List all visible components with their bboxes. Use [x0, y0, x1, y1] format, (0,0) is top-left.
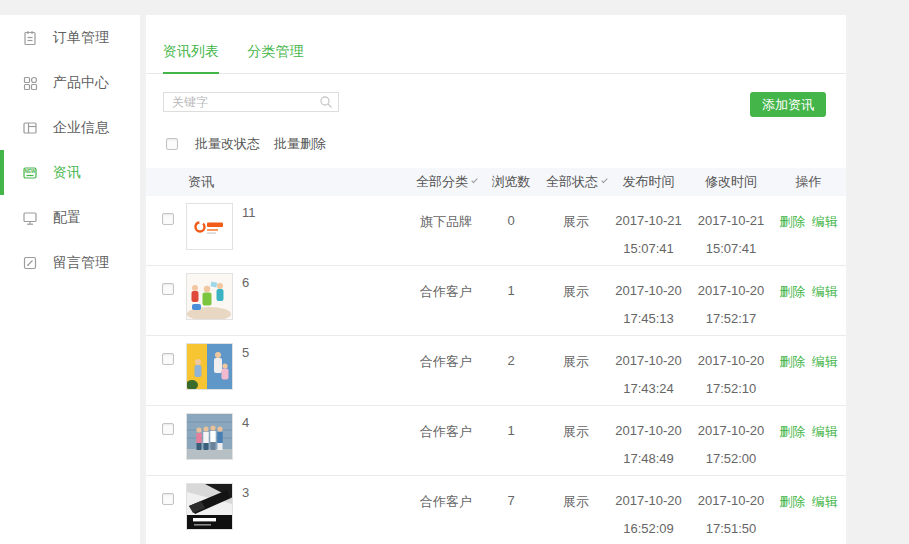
header-modify-time: 修改时间 [691, 173, 771, 191]
publish-date: 2017-10-20 [606, 493, 691, 509]
table-row: 5 合作客户 2 展示 2017-10-20 17:43:24 2017-10-… [146, 336, 846, 406]
tab-category-management[interactable]: 分类管理 [247, 43, 303, 72]
header-publish-time: 发布时间 [606, 173, 691, 191]
publish-date: 2017-10-20 [606, 283, 691, 299]
news-category: 合作客户 [416, 336, 476, 405]
config-icon [22, 210, 38, 226]
batch-status-button[interactable]: 批量改状态 [195, 135, 260, 153]
edit-link[interactable]: 编辑 [812, 494, 838, 509]
delete-link[interactable]: 删除 [779, 284, 805, 299]
sidebar-item-orders[interactable]: 订单管理 [0, 15, 140, 60]
delete-link[interactable]: 删除 [779, 214, 805, 229]
delete-link[interactable]: 删除 [779, 494, 805, 509]
sidebar-item-config[interactable]: 配置 [0, 195, 140, 240]
tab-news-list[interactable]: 资讯列表 [163, 43, 219, 74]
sidebar-item-label: 产品中心 [53, 74, 109, 92]
company-icon [22, 120, 38, 136]
news-category: 合作客户 [416, 476, 476, 544]
publish-time: 17:48:49 [606, 451, 691, 467]
news-title: 6 [242, 266, 249, 290]
publish-time: 16:52:09 [606, 521, 691, 537]
toolbar: 添加资讯 [146, 92, 846, 117]
row-checkbox[interactable] [162, 283, 174, 295]
delete-link[interactable]: 删除 [779, 424, 805, 439]
svg-text:NEW: NEW [25, 169, 36, 174]
publish-time: 17:45:13 [606, 311, 691, 327]
news-icon: NEW [22, 165, 38, 181]
sidebar-item-label: 留言管理 [53, 254, 109, 272]
table-row: 4 合作客户 1 展示 2017-10-20 17:48:49 2017-10-… [146, 406, 846, 476]
modify-date: 2017-10-20 [691, 493, 771, 509]
messages-icon [22, 255, 38, 271]
news-title: 11 [242, 196, 256, 220]
thumbnail-image [186, 273, 233, 320]
header-views: 浏览数 [476, 173, 546, 191]
views-count: 7 [476, 476, 546, 544]
views-count: 0 [476, 196, 546, 265]
modify-time: 17:52:17 [691, 311, 771, 327]
delete-link[interactable]: 删除 [779, 354, 805, 369]
status-text: 展示 [546, 266, 606, 335]
select-all-checkbox[interactable] [166, 138, 178, 150]
search-box [163, 92, 339, 112]
thumbnail-image [186, 413, 233, 460]
status-filter-dropdown[interactable]: 全部状态 [546, 173, 606, 191]
thumbnail-image [186, 343, 233, 390]
modify-date: 2017-10-21 [691, 213, 771, 229]
add-news-button[interactable]: 添加资讯 [750, 92, 826, 117]
sidebar-item-label: 配置 [53, 209, 81, 227]
modify-time: 15:07:41 [691, 241, 771, 257]
row-checkbox[interactable] [162, 493, 174, 505]
row-checkbox[interactable] [162, 353, 174, 365]
header-actions: 操作 [771, 173, 846, 191]
modify-time: 17:51:50 [691, 521, 771, 537]
modify-date: 2017-10-20 [691, 283, 771, 299]
sidebar-item-news[interactable]: NEW 资讯 [0, 150, 140, 195]
page-root: 订单管理 产品中心 企业信息 [0, 0, 909, 544]
header-status: 全部状态 [546, 173, 598, 191]
views-count: 1 [476, 406, 546, 475]
modify-time: 17:52:00 [691, 451, 771, 467]
edit-link[interactable]: 编辑 [812, 284, 838, 299]
status-text: 展示 [546, 196, 606, 265]
sidebar: 订单管理 产品中心 企业信息 [0, 15, 140, 544]
news-category: 合作客户 [416, 406, 476, 475]
news-category: 合作客户 [416, 266, 476, 335]
news-title: 3 [242, 476, 249, 500]
modify-date: 2017-10-20 [691, 423, 771, 439]
table-row: 6 合作客户 1 展示 2017-10-20 17:45:13 2017-10-… [146, 266, 846, 336]
thumbnail-image [186, 483, 233, 530]
status-text: 展示 [546, 476, 606, 544]
search-input[interactable] [163, 92, 339, 112]
thumbnail-image [186, 203, 233, 250]
header-category: 全部分类 [416, 173, 468, 191]
modify-date: 2017-10-20 [691, 353, 771, 369]
edit-link[interactable]: 编辑 [812, 214, 838, 229]
table-row: 11 旗下品牌 0 展示 2017-10-21 15:07:41 2017-10… [146, 196, 846, 266]
news-title: 4 [242, 406, 249, 430]
products-icon [22, 75, 38, 91]
status-text: 展示 [546, 336, 606, 405]
table-header: 资讯 全部分类 浏览数 全部状态 发布时间 修改时间 操作 [146, 168, 846, 196]
publish-date: 2017-10-20 [606, 423, 691, 439]
sidebar-item-company[interactable]: 企业信息 [0, 105, 140, 150]
batch-delete-button[interactable]: 批量删除 [274, 135, 326, 153]
row-checkbox[interactable] [162, 213, 174, 225]
edit-link[interactable]: 编辑 [812, 424, 838, 439]
status-text: 展示 [546, 406, 606, 475]
news-title: 5 [242, 336, 249, 360]
publish-time: 15:07:41 [606, 241, 691, 257]
modify-time: 17:52:10 [691, 381, 771, 397]
publish-date: 2017-10-21 [606, 213, 691, 229]
sidebar-item-messages[interactable]: 留言管理 [0, 240, 140, 285]
views-count: 2 [476, 336, 546, 405]
category-filter-dropdown[interactable]: 全部分类 [416, 173, 476, 191]
batch-actions-row: 批量改状态 批量删除 [146, 135, 846, 153]
tab-bar: 资讯列表 分类管理 [146, 42, 846, 74]
header-news: 资讯 [186, 173, 416, 191]
row-checkbox[interactable] [162, 423, 174, 435]
edit-link[interactable]: 编辑 [812, 354, 838, 369]
content-panel: 资讯列表 分类管理 添加资讯 批量改状态 批量删除 资讯 [146, 15, 846, 544]
sidebar-item-products[interactable]: 产品中心 [0, 60, 140, 105]
order-icon [22, 30, 38, 46]
